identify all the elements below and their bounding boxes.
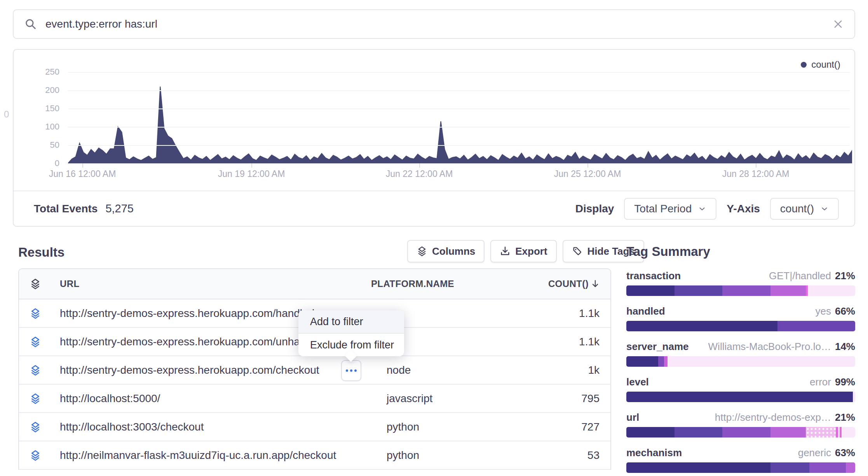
x-axis-tick [587,163,588,168]
columns-button[interactable]: Columns [407,240,485,262]
row-url[interactable]: http://localhost:3003/checkout [49,421,341,433]
stack-icon [22,393,49,404]
row-platform: python [341,421,485,433]
stack-icon [22,364,49,376]
tag-percentage: 66% [835,305,855,317]
stack-icon [417,246,427,257]
column-header-platform[interactable]: PLATFORM.NAME [341,278,485,289]
ellipsis-icon [354,369,357,372]
row-count: 53 [485,449,610,462]
tag-name: transaction [626,270,681,282]
edge-artifact-zero: 0 [4,109,9,120]
table-row[interactable]: http://sentry-demos-express.herokuapp.co… [19,356,610,385]
tag-summary-heading: Tag Summary [626,244,855,259]
columns-button-label: Columns [432,245,475,257]
chart-legend[interactable]: count() [801,59,840,70]
row-url[interactable]: http://sentry-demos-express.herokuapp.co… [49,336,341,348]
tag-bar[interactable] [626,356,855,367]
table-row[interactable]: http://neilmanvar-flask-m3uuizd7iq-uc.a.… [19,441,610,470]
tag-list: transaction GET|/handled 21% handled yes… [626,270,855,476]
tag-item: mechanism generic 63% [626,447,855,473]
events-chart-panel: 250200150100500Jun 16 12:00 AMJun 19 12:… [13,49,855,227]
gridline [68,108,850,109]
tag-bar[interactable] [626,462,855,473]
tag-item: url http://sentry-demos-exp… 21% [626,411,855,438]
gridline [68,163,850,164]
stack-icon [22,308,49,319]
row-url[interactable]: http://sentry-demos-express.herokuapp.co… [49,364,341,376]
tag-item: level error 99% [626,376,855,402]
y-axis-tick-label: 150 [14,103,59,114]
legend-label: count() [811,59,840,70]
gridline [68,145,850,146]
tag-bar[interactable] [626,392,855,402]
x-axis-tick-label: Jun 19 12:00 AM [205,169,298,179]
row-count: 727 [485,421,610,433]
tag-item: handled yes 66% [626,305,855,331]
table-header-row: URL PLATFORM.NAME COUNT() [19,269,610,299]
tag-top-value: http://sentry-demos-exp… [715,411,831,423]
tag-percentage: 21% [835,270,855,282]
row-url[interactable]: http://localhost:5000/ [49,392,341,405]
y-axis-select-value: count() [780,203,814,215]
chart-area[interactable]: 250200150100500Jun 16 12:00 AMJun 19 12:… [14,50,854,191]
x-axis-tick [251,163,252,168]
chevron-down-icon [698,205,706,213]
y-axis-tick-label: 250 [14,67,59,77]
table-row[interactable]: http://localhost:3003/checkout python 72… [19,413,610,441]
table-row[interactable]: http://localhost:5000/ javascript 795 [19,385,610,413]
chevron-down-icon [820,205,829,213]
tag-name: level [626,376,649,388]
context-menu-item[interactable]: Add to filter [298,310,404,334]
export-button-label: Export [515,245,547,257]
sort-desc-arrow-icon [590,279,600,289]
tag-summary: Tag Summary transaction GET|/handled 21%… [626,244,855,476]
tag-top-value: yes [815,305,831,317]
results-table: URL PLATFORM.NAME COUNT() http://sentry-… [18,268,611,470]
y-axis-tick-label: 200 [14,85,59,95]
row-url[interactable]: http://sentry-demos-express.herokuapp.co… [49,307,341,320]
legend-dot-icon [801,62,807,68]
search-input[interactable] [45,18,825,31]
chart-svg [68,69,852,163]
y-axis-label: Y-Axis [727,203,760,215]
tag-top-value: Williams-MacBook-Pro.lo… [708,341,831,352]
y-axis-select[interactable]: count() [770,198,839,220]
tag-name: handled [626,305,665,317]
tag-percentage: 99% [835,376,855,388]
column-header-count[interactable]: COUNT() [485,278,610,289]
tag-item: server_name Williams-MacBook-Pro.lo… 14% [626,341,855,367]
row-count: 795 [485,392,610,405]
chart-footer: Total Events 5,275 Display Total Period … [14,191,854,226]
tag-bar[interactable] [626,285,855,296]
count-header-label: COUNT() [548,278,589,289]
stack-icon [22,336,49,348]
tag-bar[interactable] [626,321,855,331]
row-count: 1k [485,364,610,376]
gridline [68,90,850,91]
row-platform: javascript [341,392,485,405]
close-icon[interactable] [833,19,844,30]
cell-actions-button[interactable] [341,360,361,381]
search-icon [24,18,37,30]
search-bar [13,9,855,39]
x-axis-tick-label: Jun 22 12:00 AM [373,169,466,179]
tag-bar[interactable] [626,427,855,438]
x-axis-tick-label: Jun 25 12:00 AM [541,169,634,179]
tag-name: mechanism [626,447,682,458]
column-header-url[interactable]: URL [49,278,341,289]
x-axis-tick-label: Jun 28 12:00 AM [709,169,802,179]
export-button[interactable]: Export [490,240,556,262]
display-select[interactable]: Total Period [624,198,716,220]
tag-name: url [626,411,639,423]
tag-percentage: 21% [835,411,855,423]
ellipsis-icon [346,369,348,372]
row-count: 1.1k [485,336,610,348]
row-count: 1.1k [485,307,610,320]
total-events-value: 5,275 [105,202,134,215]
tag-icon [572,246,583,257]
tag-percentage: 63% [835,447,855,458]
row-url[interactable]: http://neilmanvar-flask-m3uuizd7iq-uc.a.… [49,449,341,462]
display-label: Display [575,203,614,215]
ellipsis-icon [350,369,352,372]
